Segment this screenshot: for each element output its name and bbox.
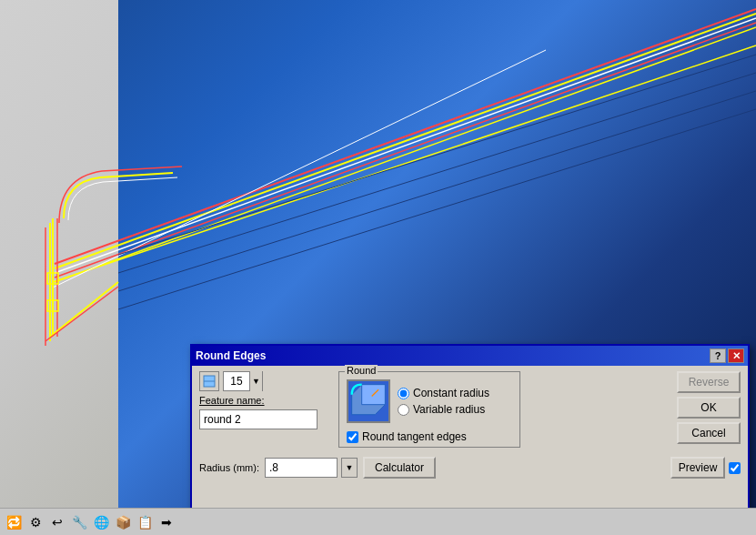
reverse-button[interactable]: Reverse bbox=[677, 371, 741, 393]
preview-checkbox[interactable] bbox=[729, 462, 741, 474]
toolbar-icon-6[interactable]: 📦 bbox=[113, 512, 133, 532]
toolbar-icon-5[interactable]: 🌐 bbox=[91, 512, 111, 532]
toolbar-icon-1[interactable]: 🔁 bbox=[4, 512, 24, 532]
round-icon bbox=[347, 379, 390, 423]
variable-radius-radio[interactable] bbox=[398, 404, 409, 416]
round-edges-dialog: Round Edges ? ✕ ▼ bbox=[190, 344, 750, 517]
radio-group: Constant radius Variable radius bbox=[398, 387, 489, 416]
toolbar-icon-2[interactable]: ⚙ bbox=[25, 512, 45, 532]
dialog-titlebar[interactable]: Round Edges ? ✕ bbox=[192, 346, 748, 366]
toolbar-icon-7[interactable]: 📋 bbox=[135, 512, 155, 532]
constant-radius-option[interactable]: Constant radius bbox=[398, 387, 489, 399]
toolbar-icon-4[interactable]: 🔧 bbox=[69, 512, 89, 532]
dialog-title: Round Edges bbox=[196, 349, 266, 362]
radius-label: Radius (mm): bbox=[199, 462, 259, 473]
feature-name-input[interactable] bbox=[199, 409, 318, 429]
constant-radius-radio[interactable] bbox=[398, 388, 409, 399]
round-content: Constant radius Variable radius bbox=[347, 379, 512, 423]
variable-radius-option[interactable]: Variable radius bbox=[398, 403, 489, 416]
round-section: Round bbox=[338, 371, 520, 448]
bottom-toolbar: 🔁 ⚙ ↩ 🔧 🌐 📦 📋 ➡ bbox=[0, 508, 756, 535]
spinner-down[interactable]: ▼ bbox=[249, 371, 262, 391]
radius-input[interactable] bbox=[265, 458, 338, 478]
titlebar-buttons: ? ✕ bbox=[710, 348, 744, 363]
cancel-button[interactable]: Cancel bbox=[677, 422, 741, 444]
left-section: ▼ Feature name: bbox=[199, 371, 331, 448]
calculator-button[interactable]: Calculator bbox=[363, 457, 436, 479]
dialog-body: ▼ Feature name: Round bbox=[192, 366, 748, 453]
radius-input-row: ▼ bbox=[265, 458, 358, 478]
round-tangent-row[interactable]: Round tangent edges bbox=[347, 430, 512, 443]
constant-radius-label: Constant radius bbox=[413, 387, 489, 399]
radius-dropdown[interactable]: ▼ bbox=[341, 458, 358, 478]
round-tangent-label: Round tangent edges bbox=[362, 430, 467, 443]
preview-button[interactable]: Preview bbox=[670, 457, 725, 479]
toolbar-icon-3[interactable]: ↩ bbox=[47, 512, 67, 532]
right-buttons: Reverse OK Cancel bbox=[677, 371, 741, 448]
round-tangent-checkbox[interactable] bbox=[347, 431, 358, 443]
feature-number-spinner[interactable]: ▼ bbox=[223, 371, 263, 391]
close-button[interactable]: ✕ bbox=[728, 348, 744, 363]
feature-number-input[interactable] bbox=[224, 375, 249, 388]
feature-name-label: Feature name: bbox=[199, 395, 331, 406]
round-section-label: Round bbox=[345, 365, 378, 376]
ok-button[interactable]: OK bbox=[677, 397, 741, 419]
variable-radius-label: Variable radius bbox=[413, 403, 485, 416]
feature-num-row: ▼ bbox=[199, 371, 331, 391]
help-button[interactable]: ? bbox=[710, 348, 726, 363]
toolbar-icon-8[interactable]: ➡ bbox=[156, 512, 176, 532]
feature-icon bbox=[199, 371, 219, 391]
